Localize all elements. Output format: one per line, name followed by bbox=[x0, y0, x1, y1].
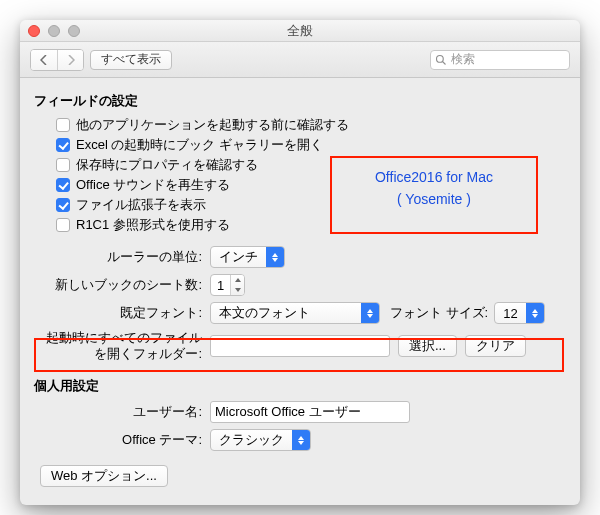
web-options-button[interactable]: Web オプション... bbox=[40, 465, 168, 487]
checkbox-label: Office サウンドを再生する bbox=[76, 176, 230, 194]
window-title: 全般 bbox=[287, 22, 313, 40]
content: フィールドの設定 他のアプリケーションを起動する前に確認するExcel の起動時… bbox=[20, 78, 580, 505]
checkbox-label: Excel の起動時にブック ギャラリーを開く bbox=[76, 136, 323, 154]
preferences-window: 全般 すべて表示 検索 フィールドの設定 他のアプリケーションを起動する前に確認… bbox=[20, 20, 580, 505]
font-size-label: フォント サイズ: bbox=[390, 304, 494, 322]
checkbox[interactable] bbox=[56, 138, 70, 152]
checkbox-label: 他のアプリケーションを起動する前に確認する bbox=[76, 116, 349, 134]
search-input[interactable]: 検索 bbox=[430, 50, 570, 70]
back-button[interactable] bbox=[31, 50, 57, 70]
startup-folder-input[interactable] bbox=[210, 335, 390, 357]
show-all-button[interactable]: すべて表示 bbox=[90, 50, 172, 70]
toolbar: すべて表示 検索 bbox=[20, 42, 580, 78]
search-placeholder: 検索 bbox=[451, 51, 475, 68]
annotation-text: Office2016 for Mac ( Yosemite ) bbox=[334, 166, 534, 211]
search-icon bbox=[435, 54, 447, 66]
sheets-count-label: 新しいブックのシート数: bbox=[34, 276, 210, 294]
svg-point-0 bbox=[437, 55, 444, 62]
default-font-label: 既定フォント: bbox=[34, 304, 210, 322]
checkbox-row: Excel の起動時にブック ギャラリーを開く bbox=[56, 136, 566, 154]
ruler-units-label: ルーラーの単位: bbox=[34, 248, 210, 266]
field-settings-heading: フィールドの設定 bbox=[34, 92, 566, 110]
checkbox[interactable] bbox=[56, 158, 70, 172]
checkbox[interactable] bbox=[56, 218, 70, 232]
chevron-updown-icon bbox=[292, 430, 310, 450]
choose-button[interactable]: 選択... bbox=[398, 335, 457, 357]
username-label: ユーザー名: bbox=[34, 403, 210, 421]
checkbox-label: 保存時にプロパティを確認する bbox=[76, 156, 258, 174]
checkbox-label: R1C1 参照形式を使用する bbox=[76, 216, 230, 234]
chevron-updown-icon bbox=[266, 247, 284, 267]
close-icon[interactable] bbox=[28, 25, 40, 37]
zoom-icon bbox=[68, 25, 80, 37]
clear-button[interactable]: クリア bbox=[465, 335, 526, 357]
sheets-count-stepper[interactable]: 1 bbox=[210, 274, 245, 296]
personal-heading: 個人用設定 bbox=[34, 377, 566, 395]
checkbox-row: 他のアプリケーションを起動する前に確認する bbox=[56, 116, 566, 134]
checkbox-label: ファイル拡張子を表示 bbox=[76, 196, 206, 214]
chevron-updown-icon bbox=[526, 303, 544, 323]
checkbox[interactable] bbox=[56, 198, 70, 212]
checkbox-row: R1C1 参照形式を使用する bbox=[56, 216, 566, 234]
font-size-select[interactable]: 12 bbox=[494, 302, 544, 324]
checkbox[interactable] bbox=[56, 178, 70, 192]
default-font-select[interactable]: 本文のフォント bbox=[210, 302, 380, 324]
username-input[interactable]: Microsoft Office ユーザー bbox=[210, 401, 410, 423]
office-theme-label: Office テーマ: bbox=[34, 431, 210, 449]
nav-segment bbox=[30, 49, 84, 71]
forward-button[interactable] bbox=[57, 50, 83, 70]
office-theme-select[interactable]: クラシック bbox=[210, 429, 311, 451]
svg-line-1 bbox=[443, 61, 446, 64]
titlebar: 全般 bbox=[20, 20, 580, 42]
minimize-icon bbox=[48, 25, 60, 37]
chevron-updown-icon bbox=[361, 303, 379, 323]
traffic-lights bbox=[28, 25, 80, 37]
checkbox[interactable] bbox=[56, 118, 70, 132]
ruler-units-select[interactable]: インチ bbox=[210, 246, 285, 268]
startup-folder-label: 起動時にすべてのファイル を開くフォルダー: bbox=[34, 330, 210, 361]
